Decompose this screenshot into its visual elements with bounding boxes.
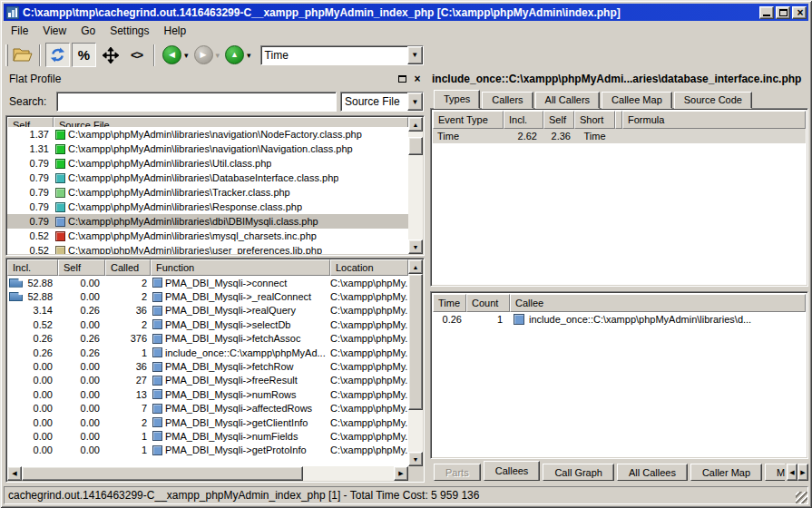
function-row[interactable]: 52.880.002PMA_DBI_Mysqli->_realConnectC:… bbox=[7, 289, 408, 303]
app-icon[interactable] bbox=[6, 6, 19, 19]
scroll-thumb[interactable] bbox=[22, 466, 303, 481]
titlebar[interactable]: C:\xampp\tmp\cachegrind.out.1416463299-C… bbox=[4, 4, 808, 21]
tab-caller-map[interactable]: Caller Map bbox=[690, 464, 762, 481]
column-header-short[interactable]: Short bbox=[574, 111, 615, 129]
column-header-location[interactable]: Location bbox=[330, 259, 408, 276]
scroll-thumb[interactable] bbox=[408, 137, 423, 155]
cell-called: 7 bbox=[105, 403, 151, 414]
tab-callers[interactable]: Callers bbox=[482, 92, 533, 109]
scroll-right-button[interactable]: ▶ bbox=[394, 466, 408, 481]
tab-callees[interactable]: Callees bbox=[484, 461, 541, 481]
event-type-select[interactable]: Time ▼ bbox=[260, 45, 424, 65]
column-header-self[interactable]: Self bbox=[543, 111, 574, 129]
open-file-button[interactable] bbox=[10, 43, 34, 67]
forward-button[interactable]: ▶ bbox=[194, 45, 213, 64]
close-button[interactable]: × bbox=[792, 6, 807, 19]
scroll-left-button[interactable]: ◀ bbox=[7, 466, 22, 481]
function-row[interactable]: 3.140.2636PMA_DBI_Mysqli->realQueryC:\xa… bbox=[7, 304, 408, 318]
file-row[interactable]: 0.79C:\xampp\phpMyAdmin\libraries\Respon… bbox=[7, 200, 408, 214]
column-header-spacer[interactable] bbox=[615, 111, 622, 129]
file-row[interactable]: 1.37C:\xampp\phpMyAdmin\libraries\naviga… bbox=[7, 127, 408, 142]
column-header-incl[interactable]: Incl. bbox=[504, 111, 543, 129]
file-type-icon bbox=[55, 188, 65, 198]
column-header-incl[interactable]: Incl. bbox=[7, 259, 58, 276]
dock-titlebar[interactable]: Flat Profile × bbox=[4, 71, 426, 88]
column-header-event-type[interactable]: Event Type bbox=[433, 111, 504, 129]
column-header-formula[interactable]: Formula bbox=[622, 111, 806, 129]
tab-all-callees[interactable]: All Callees bbox=[617, 464, 688, 481]
menu-go[interactable]: Go bbox=[73, 23, 103, 39]
file-row[interactable]: 0.79C:\xampp\phpMyAdmin\libraries\Databa… bbox=[7, 171, 408, 185]
cell-location: C:\xampp\phpMy... bbox=[330, 291, 408, 302]
forward-dropdown-icon[interactable]: ▾ bbox=[216, 51, 220, 60]
back-dropdown-icon[interactable]: ▾ bbox=[184, 51, 189, 60]
callee-row[interactable]: 0.261include_once::C:\xampp\phpMyAdmin\l… bbox=[433, 312, 806, 327]
file-row[interactable]: 0.52C:\xampp\phpMyAdmin\libraries\user_p… bbox=[7, 243, 408, 254]
grouping-dropdown-button[interactable]: ▼ bbox=[407, 93, 423, 111]
tab-callee-map[interactable]: Callee Map bbox=[602, 92, 672, 109]
scroll-up-button[interactable]: ▲ bbox=[408, 117, 423, 132]
scroll-down-button[interactable]: ▼ bbox=[408, 239, 423, 254]
dock-close-button[interactable]: × bbox=[411, 73, 424, 84]
tab-source-code[interactable]: Source Code bbox=[674, 92, 752, 109]
function-row[interactable]: 0.000.007PMA_DBI_Mysqli->affectedRowsC:\… bbox=[7, 402, 408, 415]
function-row[interactable]: 0.520.002PMA_DBI_Mysqli->selectDbC:\xamp… bbox=[7, 318, 408, 331]
maximize-button[interactable] bbox=[776, 6, 790, 19]
tab-machine[interactable]: Machine bbox=[765, 464, 785, 481]
cell-self: 0.00 bbox=[58, 444, 105, 455]
function-row[interactable]: 0.000.0027PMA_DBI_Mysqli->freeResultC:\x… bbox=[7, 374, 408, 387]
tab-types[interactable]: Types bbox=[434, 90, 480, 109]
cell-called: 1 bbox=[105, 431, 151, 442]
back-button[interactable]: ◀ bbox=[162, 45, 181, 64]
column-header-time[interactable]: Time bbox=[433, 294, 466, 312]
file-row[interactable]: 0.79C:\xampp\phpMyAdmin\libraries\Tracke… bbox=[7, 185, 408, 200]
menu-view[interactable]: View bbox=[35, 23, 73, 39]
function-row[interactable]: 0.000.002PMA_DBI_Mysqli->getClientInfoC:… bbox=[7, 415, 408, 429]
file-row[interactable]: 1.31C:\xampp\phpMyAdmin\libraries\naviga… bbox=[7, 142, 408, 156]
up-button[interactable]: ▲ bbox=[225, 45, 244, 64]
function-row[interactable]: 0.000.001PMA_DBI_Mysqli->numFieldsC:\xam… bbox=[7, 429, 408, 443]
function-row[interactable]: 0.260.26376PMA_DBI_Mysqli->fetchAssocC:\… bbox=[7, 332, 408, 346]
function-table-vscrollbar[interactable]: ▲ ▼ bbox=[408, 259, 423, 466]
tabs-scroll-right-button[interactable]: ▶ bbox=[797, 464, 808, 481]
function-table-hscrollbar[interactable]: ◀ ▶ bbox=[7, 466, 408, 481]
resize-grip-icon[interactable] bbox=[796, 492, 807, 503]
tab-call-graph[interactable]: Call Graph bbox=[543, 464, 614, 481]
column-header-called[interactable]: Called bbox=[105, 259, 151, 276]
menu-file[interactable]: File bbox=[4, 23, 35, 39]
event-type-dropdown-button[interactable]: ▼ bbox=[407, 46, 423, 64]
column-header-callee[interactable]: Callee bbox=[510, 294, 806, 312]
file-row[interactable]: 0.79C:\xampp\phpMyAdmin\libraries\dbi\DB… bbox=[7, 214, 408, 229]
function-row[interactable]: 0.260.261include_once::C:\xampp\phpMyAd.… bbox=[7, 346, 408, 359]
function-row[interactable]: 0.000.0036PMA_DBI_Mysqli->fetchRowC:\xam… bbox=[7, 359, 408, 373]
scroll-down-button[interactable]: ▼ bbox=[408, 452, 423, 466]
minimize-button[interactable] bbox=[759, 6, 774, 19]
event-type-row[interactable]: Time2.622.36Time bbox=[433, 129, 806, 143]
tab-all-callers[interactable]: All Callers bbox=[535, 92, 601, 109]
menu-settings[interactable]: Settings bbox=[103, 23, 156, 39]
file-row[interactable]: 0.79C:\xampp\phpMyAdmin\libraries\Util.c… bbox=[7, 156, 408, 171]
scroll-up-button[interactable]: ▲ bbox=[408, 259, 423, 274]
shorten-templates-button[interactable]: <> bbox=[124, 43, 149, 67]
column-header-count[interactable]: Count bbox=[466, 294, 510, 312]
relative-percent-button[interactable]: % bbox=[72, 43, 96, 67]
scroll-thumb[interactable] bbox=[408, 274, 423, 410]
column-header-function[interactable]: Function bbox=[151, 259, 330, 276]
toolbar-separator bbox=[39, 44, 41, 66]
menu-help[interactable]: Help bbox=[157, 23, 194, 39]
cycle-detection-button[interactable] bbox=[45, 43, 70, 67]
tabs-scroll-left-button[interactable]: ◀ bbox=[787, 464, 797, 481]
function-row[interactable]: 0.000.0013PMA_DBI_Mysqli->numRowsC:\xamp… bbox=[7, 387, 408, 401]
grouping-select[interactable]: Source File ▼ bbox=[340, 92, 424, 112]
expand-areas-button[interactable] bbox=[98, 43, 122, 67]
function-row[interactable]: 52.880.002PMA_DBI_Mysqli->connectC:\xamp… bbox=[7, 276, 408, 289]
toolbar-grip[interactable] bbox=[5, 44, 8, 66]
up-dropdown-icon[interactable]: ▾ bbox=[247, 51, 251, 60]
column-header-self[interactable]: Self bbox=[58, 259, 105, 276]
file-row[interactable]: 0.52C:\xampp\phpMyAdmin\libraries\mysql_… bbox=[7, 229, 408, 243]
cell-incl-value: 0.26 bbox=[34, 347, 53, 358]
file-list-vscrollbar[interactable]: ▲ ▼ bbox=[408, 117, 423, 254]
search-input[interactable] bbox=[56, 92, 337, 112]
function-row[interactable]: 0.000.001PMA_DBI_Mysqli->getProtoInfoC:\… bbox=[7, 444, 408, 457]
dock-float-button[interactable] bbox=[396, 73, 408, 84]
